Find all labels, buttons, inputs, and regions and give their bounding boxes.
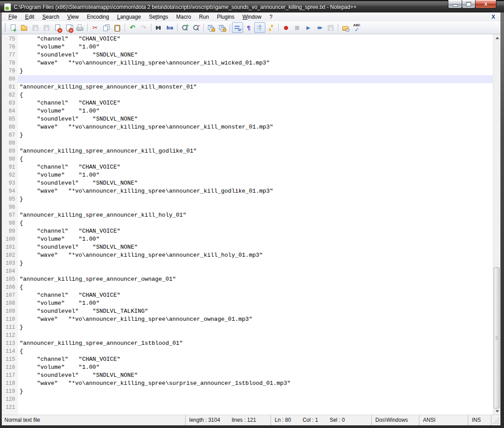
line-text[interactable]: "channel" "CHAN_VOICE" <box>18 163 493 171</box>
line-text[interactable] <box>18 203 493 211</box>
line-text[interactable]: "wave" "*vo\announcer_killing_spree\surp… <box>18 380 493 388</box>
spell-check-button[interactable] <box>351 22 362 33</box>
line-text[interactable]: } <box>18 388 493 396</box>
menu-item-encoding[interactable]: Encoding <box>83 12 113 21</box>
line-text[interactable] <box>18 75 493 83</box>
line-text[interactable] <box>18 404 493 412</box>
line-text[interactable]: "soundlevel" "SNDLVL_NONE" <box>18 179 493 187</box>
resize-grip[interactable] <box>493 418 499 424</box>
line-text[interactable]: "soundlevel" "SNDLVL_NONE" <box>18 115 493 123</box>
show-indent-guide-button[interactable] <box>254 22 265 33</box>
menu-item-macro[interactable]: Macro <box>172 12 195 21</box>
copy-button[interactable] <box>101 22 112 33</box>
menu-item-window[interactable]: Window <box>238 12 265 21</box>
vertical-scrollbar[interactable] <box>493 34 500 415</box>
menu-item-run[interactable]: Run <box>195 12 213 21</box>
line-text[interactable] <box>18 331 493 339</box>
scrollbar-thumb[interactable] <box>494 267 500 408</box>
find-button[interactable] <box>153 22 164 33</box>
replace-button[interactable] <box>164 22 175 33</box>
zoom-in-button[interactable] <box>179 22 191 33</box>
status-lines: lines : 121 <box>232 417 256 423</box>
line-text[interactable]: } <box>18 195 493 203</box>
line-text[interactable]: "announcer_killing_spree_announcer_kill_… <box>18 147 493 155</box>
scroll-down-button[interactable] <box>493 408 500 415</box>
line-text[interactable]: "announcer_killing_spree_announcer_1stbl… <box>18 339 493 347</box>
paste-button[interactable] <box>112 22 123 33</box>
line-text[interactable]: "wave" "*vo\announcer_killing_spree\anno… <box>18 187 493 195</box>
zoom-out-button[interactable] <box>191 22 202 33</box>
line-text[interactable]: "wave" "*vo\announcer_killing_spree\anno… <box>18 59 493 67</box>
macro-run-multiple-button[interactable] <box>314 22 325 33</box>
line-text[interactable]: "volume" "1.00" <box>18 107 493 115</box>
line-text[interactable] <box>18 267 493 275</box>
menu-item-search[interactable]: Search <box>38 12 63 21</box>
print-button[interactable] <box>74 22 85 33</box>
line-text[interactable]: "announcer_killing_spree_announcer_kill_… <box>18 83 493 91</box>
sync-horizontal-scroll-button[interactable] <box>217 22 228 33</box>
menu-close-button[interactable]: X <box>490 12 497 21</box>
line-text[interactable]: "channel" "CHAN_VOICE" <box>18 227 493 235</box>
user-defined-dialog-button[interactable] <box>265 22 276 33</box>
line-text[interactable] <box>18 139 493 147</box>
menu-item-help[interactable]: ? <box>265 12 276 21</box>
menu-item-file[interactable]: File <box>4 12 21 21</box>
sync-vertical-scroll-button[interactable] <box>206 22 217 33</box>
line-text[interactable]: "wave" "*vo\announcer_killing_spree\anno… <box>18 251 493 259</box>
line-text[interactable]: "channel" "CHAN_VOICE" <box>18 291 493 299</box>
line-text[interactable]: "channel" "CHAN_VOICE" <box>18 35 493 43</box>
line-text[interactable]: "soundlevel" "SNDLVL_NONE" <box>18 371 493 380</box>
menu-item-language[interactable]: Language <box>113 12 145 21</box>
cut-button[interactable] <box>89 22 101 33</box>
maximize-restore-button[interactable] <box>462 0 476 8</box>
word-wrap-button[interactable] <box>232 22 243 33</box>
menu-item-view[interactable]: View <box>63 12 83 21</box>
line-text[interactable]: "volume" "1.00" <box>18 235 493 243</box>
close-button[interactable]: x <box>475 0 496 8</box>
notepad-plus-plus-icon <box>4 3 11 11</box>
line-text[interactable]: } <box>18 323 493 331</box>
show-all-characters-button[interactable] <box>243 22 254 33</box>
restore-icon <box>466 2 471 6</box>
scroll-up-button[interactable] <box>493 34 500 41</box>
line-text[interactable]: "announcer_killing_spree_announcer_kill_… <box>18 211 493 219</box>
close-file-button[interactable] <box>52 22 63 33</box>
line-text[interactable]: "channel" "CHAN_VOICE" <box>18 355 493 363</box>
line-text[interactable]: "soundlevel" "SNDLVL_NONE" <box>18 243 493 251</box>
line-text[interactable]: "announcer_killing_spree_announcer_ownag… <box>18 275 493 283</box>
new-file-button[interactable] <box>8 22 19 33</box>
line-text[interactable]: } <box>18 67 493 75</box>
line-text[interactable]: "volume" "1.00" <box>18 171 493 179</box>
undo-button[interactable] <box>127 22 138 33</box>
line-text[interactable]: { <box>18 283 493 291</box>
line-text[interactable]: "wave" "*vo\announcer_killing_spree\anno… <box>18 123 493 131</box>
line-text[interactable]: { <box>18 155 493 163</box>
line-text[interactable]: { <box>18 91 493 99</box>
line-text[interactable] <box>18 396 493 404</box>
minimize-button[interactable] <box>448 0 462 8</box>
code-line: 86 "wave" "*vo\announcer_killing_spree\a… <box>2 123 493 131</box>
open-file-button[interactable] <box>19 22 30 33</box>
title-bar[interactable]: C:\Program Files (x86)\Steam\steamapps\c… <box>0 0 504 12</box>
line-text[interactable]: } <box>18 131 493 139</box>
line-text[interactable]: "soundlevel" "SNDLVL_TALKING" <box>18 307 493 315</box>
line-text[interactable]: "channel" "CHAN_VOICE" <box>18 99 493 107</box>
doc-switcher-button[interactable] <box>340 22 351 33</box>
line-text[interactable]: "wave" "*vo\announcer_killing_spree\anno… <box>18 315 493 323</box>
line-text[interactable]: { <box>18 219 493 227</box>
macro-play-button[interactable] <box>303 22 314 33</box>
menu-item-settings[interactable]: Settings <box>145 12 172 21</box>
line-text[interactable]: } <box>18 259 493 267</box>
line-text[interactable]: "volume" "1.00" <box>18 299 493 307</box>
line-number: 80 <box>2 75 18 83</box>
line-text[interactable]: "volume" "1.00" <box>18 43 493 51</box>
macro-record-button[interactable] <box>280 22 292 33</box>
close-all-button[interactable] <box>63 22 74 33</box>
menu-item-edit[interactable]: Edit <box>21 12 38 21</box>
line-text[interactable]: "soundlevel" "SNDLVL_NONE" <box>18 51 493 59</box>
line-text[interactable]: { <box>18 347 493 355</box>
line-text[interactable]: "volume" "1.00" <box>18 363 493 371</box>
text-editor[interactable]: 75 "channel" "CHAN_VOICE"76 "volume" "1.… <box>2 34 500 415</box>
line-number: 121 <box>2 404 18 412</box>
menu-item-plugins[interactable]: Plugins <box>213 12 238 21</box>
